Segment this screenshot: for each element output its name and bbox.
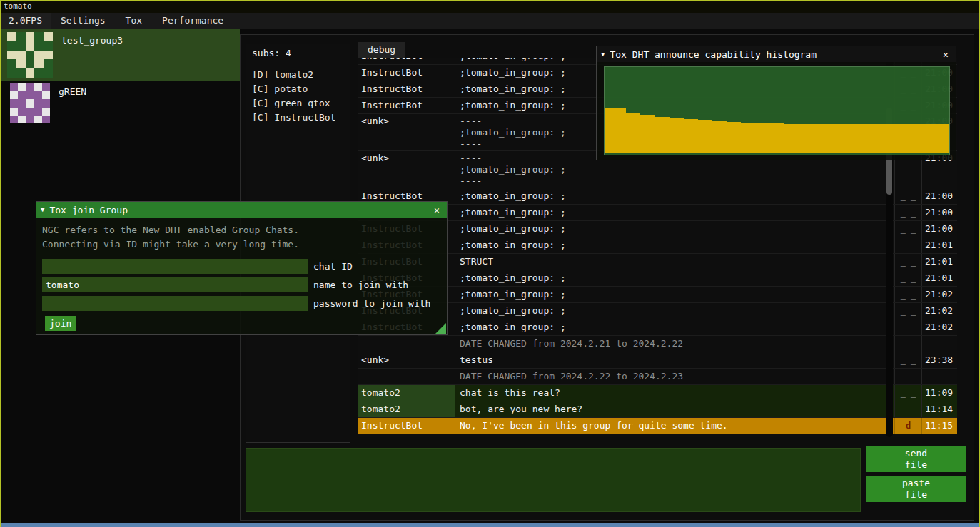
histogram-bar [777, 123, 784, 153]
histogram-bar [784, 124, 792, 153]
group-item-gREEN[interactable]: gREEN [0, 81, 240, 129]
chat-id-input[interactable] [42, 259, 308, 274]
histogram-bar [741, 123, 748, 153]
message-author: <unk> [358, 151, 455, 188]
date-changed-text: DATE CHANGED from 2024.2.21 to 2024.2.22 [455, 336, 895, 352]
menu-items: SettingsToxPerformance [51, 13, 233, 29]
delivery-indicator [895, 369, 922, 384]
send-file-button[interactable]: send file [866, 446, 966, 472]
message-text: ;tomato_in_group: ; [455, 205, 895, 220]
message-time: 23:38 [922, 352, 957, 368]
date-row: DATE CHANGED from 2024.2.21 to 2024.2.22 [358, 336, 957, 352]
histogram-bar [662, 117, 670, 153]
histogram-bar [698, 120, 705, 153]
join-info-line-2: Connecting via ID might take a very long… [42, 237, 441, 252]
histogram-bar [834, 124, 842, 153]
histogram-bar [684, 119, 691, 153]
message-author [358, 336, 455, 352]
close-icon[interactable]: ✕ [940, 49, 951, 60]
bottom-edge-strip [0, 523, 980, 527]
histogram-plot [604, 66, 950, 155]
histogram-bar [842, 124, 849, 153]
message-row: InstructBot;tomato_in_group: ;_ _21:01 [358, 237, 957, 254]
join-info-line-1: NGC refers to the New DHT enabled Group … [42, 223, 441, 237]
delivery-indicator: _ _ [895, 287, 922, 302]
join-group-window: ▼ Tox join Group ✕ NGC refers to the New… [36, 201, 448, 335]
histogram-bar [605, 108, 612, 153]
date-changed-text: DATE CHANGED from 2024.2.22 to 2024.2.23 [455, 369, 895, 384]
message-row: InstructBotSTRUCT_ _21:01 [358, 254, 957, 270]
message-author: InstructBot [358, 98, 455, 113]
delivery-indicator: _ _ [895, 401, 922, 417]
paste-file-button[interactable]: paste file [866, 476, 966, 502]
member-item[interactable]: [C] InstructBot [252, 111, 344, 125]
histogram-bar [870, 124, 877, 153]
histogram-bar [727, 122, 734, 153]
message-time: 21:01 [922, 270, 957, 286]
member-item[interactable]: [C] green_qtox [252, 96, 344, 111]
join-window-titlebar[interactable]: ▼ Tox join Group ✕ [36, 202, 447, 218]
join-button[interactable]: join [45, 316, 76, 331]
message-row: InstructBotNo, I've been in this group f… [358, 418, 957, 434]
message-author: InstructBot [358, 65, 455, 81]
histogram-bar [820, 124, 827, 153]
group-item-test_group3[interactable]: test_group3 [0, 29, 240, 81]
member-item[interactable]: [C] potato [252, 82, 344, 96]
group-name: gREEN [59, 83, 86, 97]
collapse-arrow-icon[interactable]: ▼ [41, 206, 44, 213]
histogram-bar [612, 108, 619, 153]
delivery-indicator: _ _ [895, 205, 922, 220]
message-text: ;tomato_in_group: ; [455, 270, 895, 286]
message-text: chat is this real? [455, 385, 895, 401]
histogram-bar [863, 124, 870, 153]
resize-grip-icon[interactable] [435, 323, 446, 334]
histogram-bar [792, 124, 799, 153]
histogram-bar [670, 118, 677, 153]
histogram-bar [640, 115, 647, 153]
message-input[interactable] [246, 448, 861, 512]
message-time: 21:01 [922, 237, 957, 253]
delivery-indicator: _ _ [895, 237, 922, 253]
delivery-indicator: _ _ [895, 221, 922, 237]
message-time [922, 369, 957, 384]
message-row: InstructBot;tomato_in_group: ;_ _21:00 [358, 205, 957, 221]
message-time [922, 336, 957, 352]
histogram-bar [806, 124, 813, 153]
message-text: ;tomato_in_group: ; [455, 319, 895, 335]
menu-item-settings[interactable]: Settings [51, 13, 116, 29]
menu-item-performance[interactable]: Performance [152, 13, 233, 29]
message-text: ;tomato_in_group: ; [455, 303, 895, 319]
message-time: 21:02 [922, 287, 957, 302]
message-time: 11:14 [922, 401, 957, 417]
close-icon[interactable]: ✕ [431, 205, 443, 215]
histogram-bar [769, 123, 777, 153]
join-password-input[interactable] [42, 296, 308, 311]
message-row: InstructBot;tomato_in_group: ;_ _21:02 [358, 319, 957, 336]
message-text: ;tomato_in_group: ; [455, 237, 895, 253]
subs-header: subs: 4 [252, 48, 344, 63]
message-row: tomato2chat is this real?_ _11:09 [358, 385, 957, 401]
message-time: 21:02 [922, 319, 957, 335]
histogram-bar [884, 124, 891, 153]
join-password-label: password to join with [313, 298, 430, 309]
histogram-bar [712, 121, 719, 153]
message-time: 21:00 [922, 221, 957, 237]
histogram-bar [626, 113, 633, 153]
message-time: 21:00 [922, 205, 957, 220]
tab-debug[interactable]: debug [358, 42, 405, 58]
join-name-input[interactable]: tomato [42, 277, 308, 292]
message-text: STRUCT [455, 254, 895, 270]
collapse-arrow-icon[interactable]: ▼ [601, 51, 605, 58]
group-avatar [7, 32, 53, 78]
histogram-bar [928, 124, 935, 153]
histogram-bar [906, 124, 914, 153]
menu-item-tox[interactable]: Tox [116, 13, 152, 29]
histogram-bar [647, 115, 655, 153]
delivery-indicator: _ _ [895, 319, 922, 335]
date-row: DATE CHANGED from 2024.2.22 to 2024.2.23 [358, 369, 957, 385]
member-item[interactable]: [D] tomato2 [252, 68, 344, 82]
histogram-bar [691, 119, 698, 153]
message-text: testus [455, 352, 895, 368]
histogram-window-titlebar[interactable]: ▼ Tox DHT announce capability histogram … [597, 46, 956, 62]
message-author: <unk> [358, 114, 455, 150]
